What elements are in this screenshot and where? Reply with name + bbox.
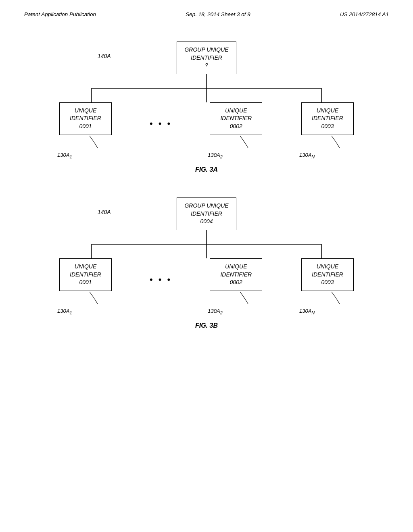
child-3a-2-label: 130A2 (208, 152, 223, 159)
child-item-3a-2: UNIQUE IDENTIFIER 0002 130A2 (204, 102, 268, 159)
group-box-3a-line1: GROUP UNIQUE (184, 46, 228, 53)
group-label-3a: 140A (98, 53, 111, 59)
child-3b-2-curve (216, 291, 256, 305)
child-3a-3-label: 130AN (299, 152, 315, 159)
child-3a-1-curve (65, 135, 106, 150)
child-3a-3-line2: IDENTIFIER (312, 115, 343, 121)
fig-caption-3a: FIG. 3A (195, 166, 218, 173)
group-box-3a-line3: ? (205, 62, 208, 69)
group-box-3a: GROUP UNIQUE IDENTIFIER ? (177, 42, 236, 74)
child-3a-1-label: 130A1 (57, 152, 72, 159)
fig-caption-3b: FIG. 3B (195, 322, 218, 329)
children-row-3b: UNIQUE IDENTIFIER 0001 130A1 • • • UNIQU… (53, 258, 360, 315)
child-item-3b-3: UNIQUE IDENTIFIER 0003 130AN (295, 258, 360, 315)
group-box-3b-line1: GROUP UNIQUE (184, 202, 228, 209)
child-3b-1-line1: UNIQUE (75, 263, 96, 270)
child-3b-2-label: 130A2 (208, 308, 223, 315)
child-3b-2-line2: IDENTIFIER (220, 271, 252, 278)
child-3b-3-curve (307, 291, 348, 305)
connector-3b (53, 230, 360, 258)
child-3a-1-line2: IDENTIFIER (70, 115, 101, 121)
child-3a-3-curve (307, 135, 348, 150)
child-3a-1-line1: UNIQUE (75, 107, 96, 114)
child-item-3a-1: UNIQUE IDENTIFIER 0001 130A1 (53, 102, 118, 159)
child-3b-3-line2: IDENTIFIER (312, 271, 343, 278)
group-box-3b-line3: 0004 (200, 218, 213, 224)
child-3b-1-line2: IDENTIFIER (70, 271, 101, 278)
child-item-3a-3: UNIQUE IDENTIFIER 0003 130AN (295, 102, 360, 159)
child-3a-1-line3: 0001 (79, 123, 92, 129)
group-node-3a: 140A GROUP UNIQUE IDENTIFIER ? (53, 42, 360, 74)
child-3a-3-line3: 0003 (321, 123, 334, 129)
group-node-3b: 140A GROUP UNIQUE IDENTIFIER 0004 (53, 197, 360, 230)
child-box-3a-2: UNIQUE IDENTIFIER 0002 (210, 102, 262, 135)
child-3a-2-line3: 0002 (230, 123, 242, 129)
group-label-3b: 140A (98, 209, 111, 215)
children-row-3a: UNIQUE IDENTIFIER 0001 130A1 • • • UNIQU… (53, 102, 360, 159)
child-box-3b-3: UNIQUE IDENTIFIER 0003 (301, 258, 354, 291)
child-3b-1-curve (65, 291, 106, 305)
diagrams-container: 140A GROUP UNIQUE IDENTIFIER ? UNIQUE (0, 17, 413, 329)
header-center: Sep. 18, 2014 Sheet 3 of 9 (186, 11, 250, 17)
child-box-3b-2: UNIQUE IDENTIFIER 0002 (210, 258, 262, 291)
diagram-3b: 140A GROUP UNIQUE IDENTIFIER 0004 UNIQUE… (53, 197, 360, 329)
dots-3b: • • • (145, 258, 177, 285)
dots-3a: • • • (145, 102, 177, 129)
connector-3a (53, 74, 360, 102)
child-box-3a-1: UNIQUE IDENTIFIER 0001 (59, 102, 112, 135)
child-3b-2-line1: UNIQUE (225, 263, 247, 270)
child-3b-3-label: 130AN (299, 308, 315, 315)
child-3b-2-line3: 0002 (230, 279, 242, 285)
group-box-3b: GROUP UNIQUE IDENTIFIER 0004 (177, 197, 236, 230)
child-3a-3-line1: UNIQUE (317, 107, 338, 114)
child-item-3b-2: UNIQUE IDENTIFIER 0002 130A2 (204, 258, 268, 315)
child-3b-1-label: 130A1 (57, 308, 72, 315)
header-left: Patent Application Publication (24, 11, 96, 17)
child-3b-1-line3: 0001 (79, 279, 92, 285)
child-3b-3-line1: UNIQUE (317, 263, 338, 270)
group-box-3a-line2: IDENTIFIER (191, 54, 222, 61)
child-3b-3-line3: 0003 (321, 279, 334, 285)
child-item-3b-1: UNIQUE IDENTIFIER 0001 130A1 (53, 258, 118, 315)
child-3a-2-line1: UNIQUE (225, 107, 247, 114)
diagram-3a: 140A GROUP UNIQUE IDENTIFIER ? UNIQUE (53, 42, 360, 173)
page-header: Patent Application Publication Sep. 18, … (0, 0, 413, 17)
child-box-3b-1: UNIQUE IDENTIFIER 0001 (59, 258, 112, 291)
header-right: US 2014/272814 A1 (340, 11, 389, 17)
child-3a-2-curve (216, 135, 256, 150)
group-box-3b-line2: IDENTIFIER (191, 210, 222, 217)
child-3a-2-line2: IDENTIFIER (220, 115, 252, 121)
child-box-3a-3: UNIQUE IDENTIFIER 0003 (301, 102, 354, 135)
